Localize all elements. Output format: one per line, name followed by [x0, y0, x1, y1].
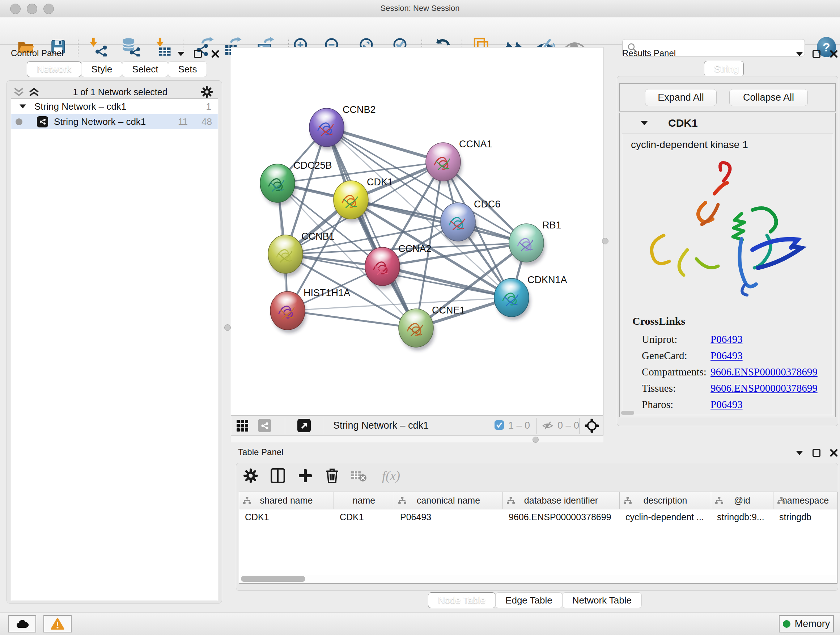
collapse-panel-icon[interactable]	[796, 451, 803, 455]
network-node[interactable]: CCNA2	[365, 243, 431, 289]
network-node[interactable]: CCNB1	[268, 231, 335, 277]
expand-all-icon[interactable]	[28, 87, 40, 97]
tab-node-table[interactable]: Node Table	[428, 592, 496, 608]
float-panel-icon[interactable]	[813, 449, 821, 457]
table-cell[interactable]: stringdb:9...	[711, 512, 774, 523]
results-panel-controls	[796, 50, 838, 58]
node-label: CCNA2	[398, 243, 431, 254]
tab-network-table[interactable]: Network Table	[562, 592, 642, 608]
tree-expander-icon[interactable]	[19, 105, 26, 109]
network-node[interactable]: RB1	[509, 220, 561, 265]
network-node[interactable]: HIST1H1A	[270, 287, 350, 333]
network-node[interactable]: CCNE1	[399, 305, 465, 350]
table-cell[interactable]: stringdb	[774, 512, 837, 523]
column-header-description[interactable]: description	[620, 492, 711, 509]
network-collection-row[interactable]: String Network – cdk1 1	[11, 99, 218, 114]
crosslink-link[interactable]: P06493	[711, 333, 743, 345]
birdseye-crosshair-icon[interactable]	[584, 418, 600, 436]
table-cell[interactable]: 9606.ENSP00000378699	[503, 512, 620, 523]
column-header-name[interactable]: name	[334, 492, 394, 509]
horizontal-scrollbar-thumb[interactable]	[621, 411, 634, 415]
memory-button[interactable]: Memory	[779, 615, 834, 632]
memory-label: Memory	[795, 618, 830, 630]
current-network-dot-icon	[16, 119, 22, 125]
collapse-panel-icon[interactable]	[177, 52, 185, 56]
network-node[interactable]: CDKN1A	[494, 274, 567, 320]
tab-edge-table[interactable]: Edge Table	[495, 592, 562, 608]
crosslink-link[interactable]: 9606.ENSP00000378699	[711, 366, 818, 378]
network-graph[interactable]: CCNB2 CCNA1 CDC25B CDK1	[231, 48, 603, 415]
delete-table-button[interactable]	[349, 466, 368, 485]
column-label: @id	[734, 495, 750, 506]
function-builder-button[interactable]: f(x)	[378, 466, 404, 485]
canvas-splitter[interactable]	[231, 435, 603, 442]
node-label: HIST1H1A	[303, 287, 350, 298]
tab-style[interactable]: Style	[81, 61, 122, 77]
hidden-eye-icon[interactable]	[541, 420, 554, 434]
column-header-@id[interactable]: @id	[711, 492, 774, 509]
entry-expander-icon[interactable]	[641, 121, 648, 125]
table-horizontal-scrollbar[interactable]	[240, 575, 836, 583]
network-node[interactable]: CDC6	[441, 199, 501, 244]
table-cell[interactable]: P06493	[394, 512, 503, 523]
collapse-panel-icon[interactable]	[796, 52, 803, 56]
tab-sets[interactable]: Sets	[168, 61, 207, 77]
close-panel-icon[interactable]	[830, 449, 838, 457]
column-network-icon	[398, 496, 407, 507]
open-in-window-icon[interactable]	[297, 419, 311, 432]
selected-checkbox-icon[interactable]	[494, 420, 504, 430]
node-entry-header[interactable]: CDK1	[620, 113, 835, 133]
tab-string[interactable]: String	[704, 61, 744, 77]
column-header-database-identifier[interactable]: database identifier	[503, 492, 620, 509]
crosslink-link[interactable]: P06493	[711, 399, 743, 410]
show-columns-button[interactable]	[268, 466, 287, 485]
network-row-selected[interactable]: String Network – cdk1 11 48	[11, 114, 218, 129]
close-panel-icon[interactable]	[830, 50, 838, 58]
float-panel-icon[interactable]	[813, 50, 821, 58]
import-network-database-button[interactable]	[120, 36, 141, 57]
table-cell[interactable]: CDK1	[239, 512, 334, 523]
network-nodes[interactable]: CCNB2 CCNA1 CDC25B CDK1	[260, 104, 567, 350]
grid-view-icon[interactable]	[236, 420, 248, 434]
crosslink-link[interactable]: P06493	[711, 350, 743, 362]
collapse-all-button[interactable]: Collapse All	[729, 89, 808, 106]
network-options-gear-icon[interactable]	[201, 86, 213, 98]
network-share-icon[interactable]	[258, 419, 271, 432]
network-view-toolbar: String Network – cdk1 1 – 0 0 – 0	[231, 415, 603, 435]
table-cell[interactable]: CDK1	[334, 512, 394, 523]
table-settings-gear-button[interactable]	[241, 466, 260, 485]
column-header-namespace[interactable]: namespace	[774, 492, 837, 509]
protein-structure-image	[633, 159, 821, 297]
collapse-all-icon[interactable]	[13, 87, 25, 97]
control-panel-tabs: NetworkStyleSelectSets	[27, 61, 207, 77]
scrollbar-thumb[interactable]	[241, 576, 305, 582]
delete-column-button[interactable]	[323, 466, 341, 485]
table-cell[interactable]: cyclin-dependent ...	[620, 512, 711, 523]
tab-select[interactable]: Select	[122, 61, 168, 77]
add-column-button[interactable]	[296, 466, 315, 485]
crosslink-row: Uniprot:P06493	[642, 331, 826, 348]
column-header-canonical-name[interactable]: canonical name	[394, 492, 503, 509]
import-network-file-button[interactable]	[88, 36, 109, 57]
entry-detail-box: cyclin-dependent kinase 1	[622, 134, 833, 415]
node-label: CCNB2	[343, 104, 376, 115]
column-label: namespace	[782, 495, 829, 506]
network-row-label: String Network – cdk1	[54, 116, 146, 127]
splitter-handle[interactable]	[532, 437, 538, 443]
left-splitter-handle[interactable]	[224, 325, 231, 331]
right-splitter-handle[interactable]	[602, 238, 608, 244]
import-table-file-button[interactable]	[152, 36, 173, 57]
close-panel-icon[interactable]	[211, 50, 219, 58]
network-node[interactable]: CCNB2	[309, 104, 376, 150]
column-header-shared-name[interactable]: shared name	[239, 492, 334, 509]
table-row[interactable]: CDK1CDK1P064939606.ENSP00000378699cyclin…	[239, 509, 837, 524]
network-node[interactable]: CDK1	[333, 177, 393, 222]
warnings-button[interactable]	[43, 615, 72, 632]
cloud-status-button[interactable]	[8, 615, 36, 632]
tab-network[interactable]: Network	[27, 61, 81, 77]
expand-all-button[interactable]: Expand All	[645, 89, 717, 106]
column-label: database identifier	[524, 495, 598, 506]
node-label: CDKN1A	[527, 274, 567, 285]
crosslink-link[interactable]: 9606.ENSP00000378699	[711, 382, 818, 394]
float-panel-icon[interactable]	[194, 50, 202, 58]
